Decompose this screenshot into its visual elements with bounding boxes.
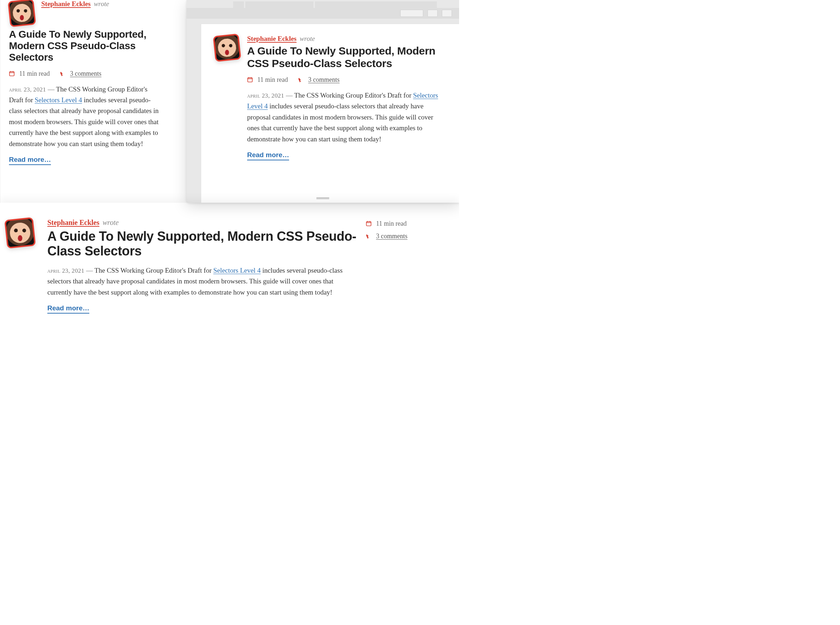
wide-viewport-card: Stephanie Eckles wrote A Guide To Newly …: [0, 203, 459, 322]
comments-link[interactable]: 3 comments: [308, 76, 340, 83]
selectors-level-4-link[interactable]: Selectors Level 4: [35, 96, 82, 104]
svg-rect-8: [366, 222, 371, 226]
browser-tab[interactable]: [233, 2, 244, 8]
article-card-narrow: Stephanie Eckles wrote A Guide To Newly …: [9, 0, 163, 165]
browser-frame: Stephanie Eckles wrote A Guide To Newly …: [186, 0, 459, 203]
toolbar-button[interactable]: [427, 10, 438, 17]
read-time: 11 min read: [9, 70, 50, 78]
selectors-level-4-link[interactable]: Selectors Level 4: [213, 267, 261, 274]
bird-icon: [366, 233, 371, 239]
read-time-text: 11 min read: [19, 70, 50, 77]
browser-toolbar: [186, 8, 459, 19]
bird-icon: [60, 71, 66, 76]
article-meta: 11 min read 3 comments: [247, 76, 446, 84]
author-avatar[interactable]: [213, 33, 241, 62]
article-date: april 23, 2021: [9, 86, 46, 93]
article-date: april 23, 2021: [247, 92, 284, 99]
calendar-icon: [247, 77, 253, 82]
browser-tab[interactable]: [245, 2, 314, 8]
read-time: 11 min read: [366, 220, 407, 227]
read-time: 11 min read: [247, 76, 288, 84]
svg-rect-4: [248, 78, 253, 82]
article-meta-sidebar: 11 min read 3 comments: [366, 220, 438, 240]
toolbar-button[interactable]: [442, 10, 452, 17]
read-time-text: 11 min read: [376, 220, 407, 227]
calendar-icon: [366, 221, 371, 226]
wrote-label: wrote: [102, 219, 119, 226]
author-avatar[interactable]: [8, 0, 36, 27]
svg-rect-0: [10, 72, 14, 76]
comments: 3 comments: [366, 233, 407, 240]
responsive-preview-pane: Stephanie Eckles wrote A Guide To Newly …: [172, 0, 459, 203]
browser-tab[interactable]: [315, 2, 437, 8]
article-meta: 11 min read 3 comments: [9, 70, 163, 78]
wrote-label: wrote: [94, 0, 109, 8]
article-title[interactable]: A Guide To Newly Supported, Modern CSS P…: [47, 229, 359, 259]
read-time-text: 11 min read: [258, 76, 288, 83]
calendar-icon: [9, 71, 15, 76]
read-more-link[interactable]: Read more…: [9, 156, 51, 165]
comments: 3 comments: [60, 70, 101, 78]
article-excerpt: april 23, 2021 — The CSS Working Group E…: [9, 84, 163, 149]
article-card-wide: Stephanie Eckles wrote A Guide To Newly …: [6, 219, 438, 314]
browser-tab-strip: [186, 0, 459, 8]
article-date: april 23, 2021: [47, 267, 84, 274]
article-title[interactable]: A Guide To Newly Supported, Modern CSS P…: [247, 45, 446, 70]
article-card-medium: Stephanie Eckles wrote A Guide To Newly …: [214, 35, 446, 160]
article-excerpt: april 23, 2021 — The CSS Working Group E…: [247, 90, 446, 145]
article-title[interactable]: A Guide To Newly Supported, Modern CSS P…: [9, 29, 163, 64]
read-more-link[interactable]: Read more…: [247, 151, 289, 160]
author-link[interactable]: Stephanie Eckles: [247, 35, 297, 42]
wrote-label: wrote: [300, 35, 315, 42]
author-avatar[interactable]: [4, 217, 36, 249]
toolbar-field[interactable]: [400, 10, 423, 17]
resize-handle[interactable]: [316, 197, 329, 199]
byline: Stephanie Eckles wrote: [47, 219, 359, 227]
author-link[interactable]: Stephanie Eckles: [41, 0, 91, 8]
article-excerpt: april 23, 2021 — The CSS Working Group E…: [47, 265, 356, 298]
read-more-link[interactable]: Read more…: [47, 304, 89, 314]
bird-icon: [298, 77, 304, 82]
byline: Stephanie Eckles wrote: [41, 0, 109, 8]
comments-link[interactable]: 3 comments: [376, 233, 408, 239]
author-link[interactable]: Stephanie Eckles: [47, 219, 99, 226]
browser-viewport: Stephanie Eckles wrote A Guide To Newly …: [201, 24, 459, 203]
comments: 3 comments: [298, 76, 340, 84]
byline: Stephanie Eckles wrote: [247, 35, 446, 43]
comments-link[interactable]: 3 comments: [70, 70, 101, 77]
narrow-viewport-card: Stephanie Eckles wrote A Guide To Newly …: [0, 0, 172, 203]
